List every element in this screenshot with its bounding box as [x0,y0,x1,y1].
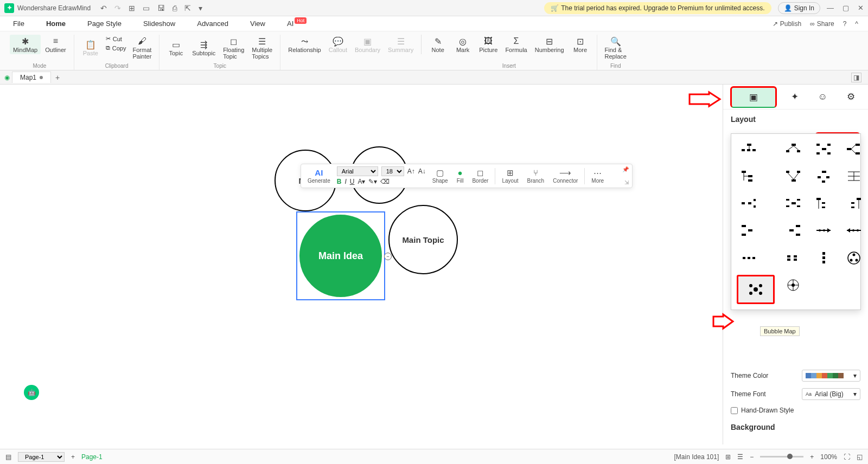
signin-button[interactable]: 👤 Sign In [778,2,820,14]
expand-icon[interactable]: ⇲ [624,179,629,185]
collapse-handle-icon[interactable]: − [384,253,392,260]
summary-button[interactable]: ☰Summary [385,35,417,54]
export-icon[interactable]: ⇱ [184,4,191,12]
outline-view-icon[interactable]: ▤ [5,453,11,461]
hand-drawn-input[interactable] [731,407,738,414]
size-select[interactable]: 18 [381,166,404,176]
menu-home[interactable]: Home [43,17,69,30]
highlight-button[interactable]: ✎▾ [368,178,377,185]
more-button[interactable]: ⊡More [569,35,592,54]
formula-button[interactable]: ΣFormula [502,35,530,54]
list-view-icon[interactable]: ☰ [737,453,743,461]
collapse-ribbon-icon[interactable]: ^ [855,20,858,28]
layout-opt-5[interactable] [737,166,761,187]
fullscreen-icon[interactable]: ⛶ [844,453,850,461]
zoom-out-button[interactable]: − [750,453,754,461]
picture-button[interactable]: 🖼Picture [476,35,501,54]
print-icon[interactable]: ⎙ [173,4,177,12]
topic-button[interactable]: ▭Topic [164,35,188,61]
layout-opt-13[interactable] [737,221,761,241]
decrease-font-icon[interactable]: A↓ [418,167,426,175]
bold-button[interactable]: B [337,178,342,185]
layout-opt-18[interactable] [781,248,805,268]
grid-view-icon[interactable]: ⊞ [725,453,731,461]
menu-advanced[interactable]: Advanced [194,17,232,30]
open-icon[interactable]: ▭ [143,4,150,12]
layout-opt-1[interactable] [737,139,761,160]
callout-button[interactable]: 💬Callout [326,35,350,54]
fill-button[interactable]: ●Fill [455,168,466,184]
layout-opt-17[interactable] [737,248,761,268]
floating-topic-button[interactable]: ◻Floating Topic [220,35,247,61]
layout-opt-12[interactable] [842,194,866,214]
layout-opt-20[interactable] [842,248,866,268]
dropdown-icon[interactable]: ▾ [199,4,202,12]
main-idea-bubble[interactable]: Main Idea [299,215,382,297]
layout-opt-bubble-map[interactable] [737,275,775,304]
side-tab-settings[interactable]: ⚙ [840,88,861,106]
cut-button[interactable]: ✂Cut [104,35,129,43]
font-color-button[interactable]: A▾ [358,178,365,185]
mindmap-button[interactable]: ✱MindMap [10,35,41,54]
side-tab-style[interactable]: ✦ [784,88,805,106]
increase-font-icon[interactable]: A↑ [407,167,415,175]
hand-drawn-checkbox[interactable]: Hand-Drawn Style [731,407,794,414]
copy-button[interactable]: ⧉Copy [104,44,129,52]
new-icon[interactable]: ⊞ [129,4,135,12]
shape-button[interactable]: ▢Shape [430,168,450,184]
trial-banner[interactable]: 🛒 The trial period has expired. Upgrade … [544,2,771,14]
maximize-icon[interactable]: ▢ [843,4,849,12]
note-button[interactable]: ✎Note [426,35,450,54]
connector-button[interactable]: ⟶Connector [551,168,580,184]
theme-font-select[interactable]: Aa Arial (Big) ▾ [802,388,860,400]
help-icon[interactable]: ? [843,20,847,28]
layout-opt-3[interactable] [812,139,835,160]
menu-page-style[interactable]: Page Style [84,17,125,30]
redo-icon[interactable]: ↷ [114,4,121,12]
mark-button[interactable]: ◎Mark [451,35,475,54]
boundary-button[interactable]: ▣Boundary [352,35,384,54]
theme-color-select[interactable]: ▾ [802,370,860,382]
undo-icon[interactable]: ↶ [100,4,107,12]
menu-slideshow[interactable]: Slideshow [140,17,178,30]
float-more-button[interactable]: ⋯More [589,168,606,184]
assistant-button[interactable]: 🤖 [24,385,39,400]
toggle-panel-icon[interactable]: ◨ [851,73,861,82]
share-button[interactable]: ∞Share [810,20,834,28]
layout-opt-2[interactable] [781,139,805,160]
layout-opt-6[interactable] [781,166,805,187]
canvas[interactable]: Mai Main Topic Main Idea − AI Generate A… [0,85,723,444]
layout-opt-4[interactable] [842,139,866,160]
font-select[interactable]: Arial [337,166,378,176]
relationship-button[interactable]: ⤳Relationship [285,35,324,54]
numbering-button[interactable]: ⊟Numbering [532,35,567,54]
side-tab-layout[interactable]: ▣ [730,86,777,108]
pin-icon[interactable]: 📌 [622,166,629,172]
menu-view[interactable]: View [247,17,269,30]
clear-format-button[interactable]: ⌫ [380,178,390,185]
doc-tab[interactable]: Map1 [12,72,51,83]
side-tab-theme[interactable]: ☺ [812,88,833,106]
layout-opt-9[interactable] [737,194,761,214]
branch-button[interactable]: ⑂Branch [525,168,546,184]
format-painter-button[interactable]: 🖌Format Painter [129,35,155,61]
layout-opt-14[interactable] [781,221,805,241]
close-icon[interactable]: ✕ [858,4,864,12]
layout-opt-7[interactable] [812,166,835,187]
layout-opt-10[interactable] [781,194,805,214]
outliner-button[interactable]: ≡Outliner [42,35,69,54]
ai-generate-button[interactable]: AI Generate [305,168,333,184]
page-select[interactable]: Page-1 [18,452,65,462]
layout-opt-15[interactable] [812,221,835,241]
topic-bubble-3[interactable]: Main Topic [388,205,458,274]
menu-file[interactable]: File [10,17,28,30]
underline-button[interactable]: U [350,178,355,185]
page-tab[interactable]: Page-1 [81,453,103,461]
menu-ai[interactable]: AI Hot [284,17,310,30]
layout-opt-22[interactable] [781,275,805,295]
layout-opt-11[interactable] [812,194,835,214]
layout-opt-16[interactable] [842,221,866,241]
add-page-button[interactable]: + [71,453,75,461]
paste-button[interactable]: 📋Paste [79,35,103,61]
fit-icon[interactable]: ◱ [857,453,863,461]
